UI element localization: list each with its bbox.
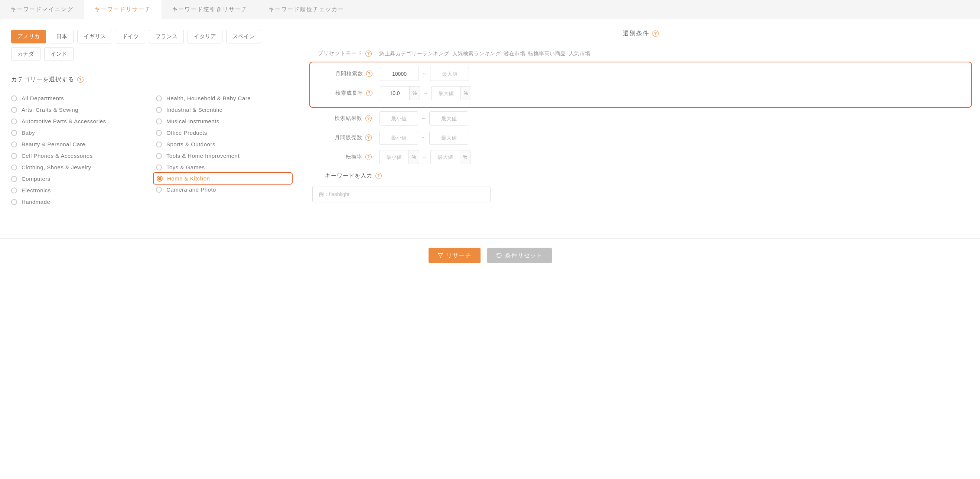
category-label: Health, Household & Baby Care (166, 95, 251, 101)
radio-icon (156, 95, 162, 101)
category-item[interactable]: Office Products (156, 127, 290, 138)
country-chip-8[interactable]: インド (44, 47, 73, 61)
input-suffix: % (460, 150, 471, 164)
category-label: Toys & Games (166, 164, 205, 170)
country-chip-2[interactable]: イギリス (77, 30, 112, 43)
filter-max-input[interactable] (430, 150, 460, 164)
help-icon[interactable] (652, 30, 659, 37)
radio-icon (11, 188, 17, 193)
category-label: Tools & Home Improvement (166, 153, 240, 159)
country-chip-1[interactable]: 日本 (50, 30, 73, 43)
category-item[interactable]: Automotive Parts & Accessories (11, 116, 145, 127)
category-item[interactable]: Industrial & Scientific (156, 104, 290, 116)
help-icon[interactable] (375, 173, 382, 179)
radio-icon (156, 142, 162, 147)
input-suffix: % (409, 150, 419, 164)
radio-icon (156, 107, 162, 113)
category-label: Home & Kitchen (167, 175, 210, 181)
category-label: All Departments (22, 95, 64, 101)
radio-icon (11, 95, 17, 101)
filter-max-input[interactable] (430, 67, 469, 81)
category-item[interactable]: Arts, Crafts & Sewing (11, 104, 145, 116)
filter-label: 月間検索数 (335, 70, 363, 77)
category-item[interactable]: Musical Instruments (156, 116, 290, 127)
country-chip-3[interactable]: ドイツ (116, 30, 145, 43)
category-label: Office Products (166, 130, 207, 136)
category-label: Beauty & Personal Care (22, 141, 86, 147)
help-icon[interactable] (366, 51, 372, 57)
radio-icon (156, 187, 162, 193)
category-label: Computers (22, 176, 51, 182)
input-suffix: % (410, 86, 420, 100)
country-chip-6[interactable]: スペイン (226, 30, 261, 43)
preset-link[interactable]: 転換率高い商品 (528, 51, 566, 56)
filter-row-2: 検索結果数～ (312, 111, 969, 126)
preset-link[interactable]: 人気市場 (569, 51, 590, 56)
category-item[interactable]: Cell Phones & Accessories (11, 150, 145, 162)
left-panel: アメリカ日本イギリスドイツフランスイタリアスペインカナダインド カテゴリーを選択… (0, 19, 301, 239)
footer: リサーチ 条件リセット (0, 239, 980, 272)
country-chip-7[interactable]: カナダ (11, 47, 40, 61)
right-panel: 選別条件 プリセットモード 急上昇カテゴリーランキング人気検索ランキング潜在市場… (301, 19, 980, 239)
reset-icon (496, 253, 502, 258)
help-icon[interactable] (366, 70, 372, 77)
category-item[interactable]: Toys & Games (156, 162, 290, 173)
category-item[interactable]: Beauty & Personal Care (11, 138, 145, 150)
country-chip-5[interactable]: イタリア (188, 30, 223, 43)
category-label: Sports & Outdoors (166, 141, 215, 147)
tilde: ～ (422, 154, 428, 161)
filter-min-input[interactable] (380, 67, 419, 81)
input-suffix: % (461, 86, 471, 100)
filter-max-input[interactable] (431, 86, 461, 100)
category-title-text: カテゴリーを選択する (11, 76, 74, 84)
category-item[interactable]: All Departments (11, 92, 145, 104)
radio-icon (157, 176, 163, 181)
filter-title: 選別条件 (623, 30, 649, 38)
category-item[interactable]: Handmade (11, 196, 145, 208)
filter-min-input[interactable] (380, 86, 410, 100)
category-item[interactable]: Sports & Outdoors (156, 138, 290, 150)
radio-icon (11, 199, 17, 205)
category-item[interactable]: Computers (11, 173, 145, 185)
category-item[interactable]: Health, Household & Baby Care (156, 92, 290, 104)
category-label: Handmade (22, 199, 50, 205)
tab-1[interactable]: キーワードリサーチ (84, 0, 162, 19)
help-icon[interactable] (366, 154, 372, 160)
country-chip-4[interactable]: フランス (149, 30, 184, 43)
radio-icon (156, 164, 162, 170)
preset-link[interactable]: 人気検索ランキング (452, 51, 501, 56)
help-icon[interactable] (77, 76, 84, 83)
category-item[interactable]: Home & Kitchen (153, 172, 293, 185)
preset-link[interactable]: 潜在市場 (504, 51, 525, 56)
keyword-input[interactable] (312, 186, 490, 202)
help-icon[interactable] (366, 90, 372, 96)
radio-icon (11, 164, 17, 170)
category-item[interactable]: Clothing, Shoes & Jewelry (11, 162, 145, 173)
category-item[interactable]: Camera and Photo (156, 184, 290, 195)
category-item[interactable]: Electronics (11, 185, 145, 196)
filter-max-input[interactable] (429, 111, 468, 126)
reset-button[interactable]: 条件リセット (487, 248, 552, 263)
filter-min-input[interactable] (379, 111, 418, 126)
filter-min-input[interactable] (379, 150, 409, 164)
tilde: ～ (423, 90, 428, 97)
research-button[interactable]: リサーチ (428, 248, 480, 263)
category-item[interactable]: Tools & Home Improvement (156, 150, 290, 162)
category-item[interactable]: Baby (11, 127, 145, 138)
filter-min-input[interactable] (379, 131, 418, 145)
filter-max-input[interactable] (429, 131, 468, 145)
filter-label: 検索結果数 (334, 115, 363, 122)
tab-3[interactable]: キーワード順位チェッカー (258, 0, 355, 19)
preset-link[interactable]: 急上昇カテゴリーランキング (379, 51, 449, 56)
radio-icon (11, 142, 17, 147)
radio-icon (156, 130, 162, 136)
category-title: カテゴリーを選択する (11, 76, 290, 84)
keyword-section: キーワードを入力 (312, 172, 969, 202)
category-label: Arts, Crafts & Sewing (22, 107, 78, 113)
category-label: Automotive Parts & Accessories (22, 118, 106, 124)
tab-2[interactable]: キーワード逆引きリサーチ (162, 0, 258, 19)
help-icon[interactable] (366, 134, 372, 141)
tab-0[interactable]: キーワードマイニング (0, 0, 84, 19)
country-chip-0[interactable]: アメリカ (11, 30, 46, 43)
help-icon[interactable] (366, 115, 372, 121)
